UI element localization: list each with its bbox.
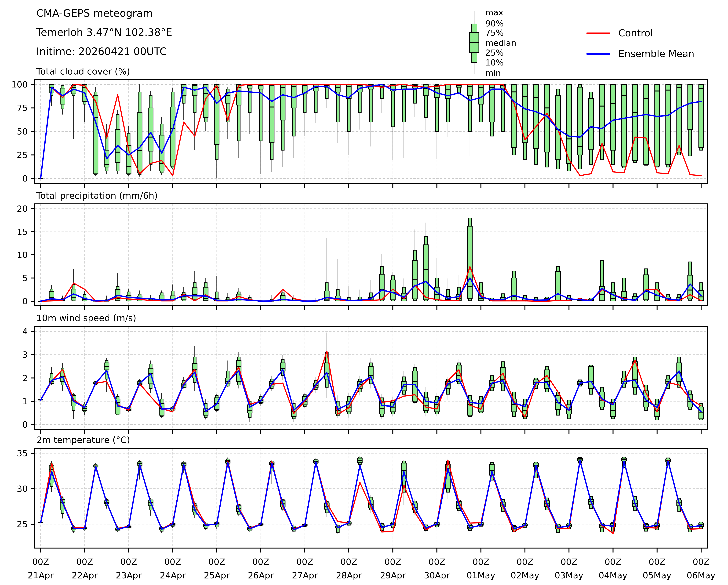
- svg-text:00Z: 00Z: [384, 557, 401, 567]
- svg-text:20: 20: [17, 204, 28, 214]
- panel-title-cloud: Total cloud cover (%): [36, 66, 130, 77]
- svg-text:5: 5: [22, 273, 28, 283]
- panel-1: 05101520: [17, 204, 708, 310]
- panel-title-temp: 2m temperature (°C): [36, 434, 130, 445]
- svg-text:4: 4: [22, 326, 28, 337]
- x-axis-labels: 00Z21Apr00Z22Apr00Z23Apr00Z24Apr00Z25Apr…: [28, 557, 716, 580]
- location-label: Temerloh 3.47°N 102.38°E: [36, 27, 172, 38]
- svg-text:03May: 03May: [554, 570, 583, 580]
- panel-title-precip: Total precipitation (mm/6h): [36, 190, 158, 201]
- svg-text:00Z: 00Z: [693, 557, 709, 567]
- boxkey-label-75: 75%: [485, 28, 504, 37]
- svg-text:0: 0: [22, 296, 28, 306]
- svg-text:75: 75: [17, 103, 28, 113]
- svg-text:02May: 02May: [511, 570, 539, 580]
- svg-text:00Z: 00Z: [340, 557, 357, 567]
- svg-text:0: 0: [22, 420, 28, 430]
- panel-2: 01234: [22, 326, 708, 434]
- svg-text:00Z: 00Z: [76, 557, 93, 567]
- svg-text:00Z: 00Z: [517, 557, 534, 567]
- svg-text:25: 25: [17, 150, 28, 160]
- svg-text:27Apr: 27Apr: [292, 570, 318, 580]
- svg-text:30: 30: [17, 484, 28, 494]
- control-legend-swatch: [587, 31, 610, 34]
- svg-text:00Z: 00Z: [32, 557, 49, 567]
- svg-text:00Z: 00Z: [428, 557, 445, 567]
- page-title: CMA-GEPS meteogram: [36, 8, 153, 19]
- svg-text:2: 2: [22, 373, 28, 383]
- svg-text:25Apr: 25Apr: [204, 570, 230, 580]
- svg-text:04May: 04May: [599, 570, 627, 580]
- svg-text:22Apr: 22Apr: [72, 570, 98, 580]
- boxkey-label-90: 90%: [485, 19, 504, 28]
- svg-text:00Z: 00Z: [472, 557, 489, 567]
- svg-text:30Apr: 30Apr: [424, 570, 450, 580]
- initime-label: Initime: 20260421 00UTC: [36, 46, 167, 57]
- svg-text:00Z: 00Z: [561, 557, 577, 567]
- svg-text:23Apr: 23Apr: [116, 570, 142, 580]
- svg-text:05May: 05May: [643, 570, 671, 580]
- svg-text:100: 100: [11, 80, 28, 89]
- svg-text:29Apr: 29Apr: [380, 570, 406, 580]
- control-legend-label: Control: [618, 27, 653, 38]
- svg-text:00Z: 00Z: [208, 557, 225, 567]
- svg-text:0: 0: [22, 174, 28, 184]
- boxkey-label-median: median: [485, 38, 516, 48]
- svg-text:00Z: 00Z: [296, 557, 313, 567]
- meteogram-chart: 0255075100051015200123425303500Z21Apr00Z…: [0, 0, 728, 585]
- svg-text:3: 3: [22, 350, 28, 360]
- boxkey-label-min: min: [485, 68, 501, 78]
- svg-text:00Z: 00Z: [164, 557, 181, 567]
- svg-text:1: 1: [22, 396, 28, 406]
- svg-text:25: 25: [17, 519, 28, 529]
- svg-text:50: 50: [17, 127, 28, 136]
- svg-text:26Apr: 26Apr: [248, 570, 274, 580]
- svg-text:01May: 01May: [467, 570, 495, 580]
- boxkey-glyph: [469, 11, 479, 74]
- svg-text:06May: 06May: [687, 570, 716, 580]
- panel-0-boxes: [38, 84, 703, 179]
- panel-0: 0255075100: [11, 80, 708, 188]
- svg-text:00Z: 00Z: [252, 557, 269, 567]
- boxkey-label-25: 25%: [485, 48, 504, 57]
- svg-text:00Z: 00Z: [120, 557, 137, 567]
- boxkey-label-10: 10%: [485, 58, 504, 68]
- svg-text:15: 15: [17, 227, 28, 237]
- svg-text:35: 35: [17, 448, 28, 458]
- panel-1-boxes: [38, 206, 703, 301]
- svg-text:28Apr: 28Apr: [336, 570, 362, 580]
- svg-text:24Apr: 24Apr: [160, 570, 186, 580]
- panel-title-wind: 10m wind speed (m/s): [36, 313, 136, 323]
- mean-legend-swatch: [587, 52, 610, 55]
- svg-text:00Z: 00Z: [605, 557, 622, 567]
- mean-legend-label: Ensemble Mean: [618, 48, 694, 59]
- svg-text:10: 10: [17, 250, 28, 260]
- svg-text:21Apr: 21Apr: [28, 570, 54, 580]
- boxkey-label-max: max: [485, 8, 503, 17]
- panel-3: 253035: [17, 448, 708, 553]
- svg-text:00Z: 00Z: [649, 557, 666, 567]
